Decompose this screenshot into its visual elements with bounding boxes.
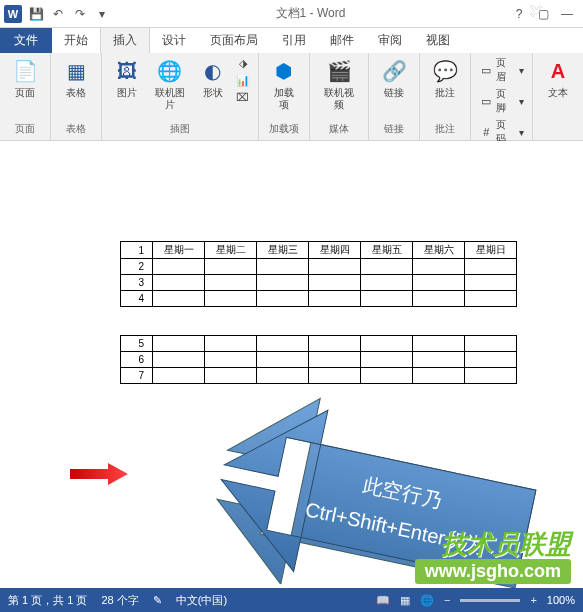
- header-button[interactable]: ▭页眉▾: [477, 55, 526, 85]
- table-cell[interactable]: 星期五: [361, 242, 413, 259]
- chart-button[interactable]: 📊: [234, 72, 252, 88]
- addin-icon: ⬢: [270, 57, 298, 85]
- quick-access-toolbar: 💾 ↶ ↷ ▾: [28, 6, 110, 22]
- view-read-icon[interactable]: 📖: [376, 594, 390, 607]
- smartart-icon: ⬗: [236, 56, 250, 70]
- schedule-table-top[interactable]: 1 星期一 星期二 星期三 星期四 星期五 星期六 星期日 2 3 4: [120, 241, 517, 307]
- decorative-bird: 🕊: [529, 2, 543, 18]
- zoom-out-icon[interactable]: −: [444, 594, 450, 606]
- online-picture-button[interactable]: 🌐 联机图片: [148, 55, 192, 113]
- group-header-footer: ▭页眉▾ ▭页脚▾ #页码▾ 页眉和页脚: [471, 53, 533, 140]
- pages-button[interactable]: 📄 页面: [6, 55, 44, 101]
- statusbar: 第 1 页，共 1 页 28 个字 ✎ 中文(中国) 📖 ▦ 🌐 − + 100…: [0, 588, 583, 612]
- text-icon: A: [544, 57, 572, 85]
- red-arrow-annotation: [70, 461, 130, 487]
- addin-button[interactable]: ⬢ 加载 项: [265, 55, 303, 113]
- video-icon: 🎬: [325, 57, 353, 85]
- picture-button[interactable]: 🖼 图片: [108, 55, 146, 101]
- ribbon-tabs: 文件 开始 插入 设计 页面布局 引用 邮件 审阅 视图: [0, 28, 583, 53]
- watermark-text: 技术员联盟: [441, 527, 571, 562]
- picture-icon: 🖼: [113, 57, 141, 85]
- document-area[interactable]: 1 星期一 星期二 星期三 星期四 星期五 星期六 星期日 2 3 4 5 6 …: [0, 141, 583, 588]
- view-print-icon[interactable]: ▦: [400, 594, 410, 607]
- tab-insert[interactable]: 插入: [100, 27, 150, 53]
- tab-view[interactable]: 视图: [414, 28, 462, 53]
- screenshot-button[interactable]: ⌧: [234, 89, 252, 105]
- chevron-down-icon: ▾: [519, 65, 524, 76]
- minimize-icon[interactable]: —: [559, 6, 575, 22]
- table-cell[interactable]: 星期六: [413, 242, 465, 259]
- group-text: A 文本: [533, 53, 583, 140]
- table-header-row: 1 星期一 星期二 星期三 星期四 星期五 星期六 星期日: [121, 242, 517, 259]
- group-tables: ▦ 表格 表格: [51, 53, 102, 140]
- chevron-down-icon: ▾: [519, 96, 524, 107]
- qat-customize-icon[interactable]: ▾: [94, 6, 110, 22]
- table-cell[interactable]: 7: [121, 368, 153, 384]
- view-web-icon[interactable]: 🌐: [420, 594, 434, 607]
- table-button[interactable]: ▦ 表格: [57, 55, 95, 101]
- chart-icon: 📊: [236, 73, 250, 87]
- tab-references[interactable]: 引用: [270, 28, 318, 53]
- svg-marker-0: [70, 463, 128, 485]
- tab-home[interactable]: 开始: [52, 28, 100, 53]
- save-icon[interactable]: 💾: [28, 6, 44, 22]
- comment-button[interactable]: 💬 批注: [426, 55, 464, 101]
- page-icon: 📄: [11, 57, 39, 85]
- group-addin: ⬢ 加载 项 加载项: [259, 53, 310, 140]
- table-cell[interactable]: 1: [121, 242, 153, 259]
- header-icon: ▭: [479, 63, 493, 77]
- tab-review[interactable]: 审阅: [366, 28, 414, 53]
- document-title: 文档1 - Word: [110, 5, 511, 22]
- page: 1 星期一 星期二 星期三 星期四 星期五 星期六 星期日 2 3 4 5 6 …: [30, 151, 573, 578]
- text-button[interactable]: A 文本: [539, 55, 577, 101]
- online-video-button[interactable]: 🎬 联机视频: [316, 55, 363, 113]
- schedule-table-bottom[interactable]: 5 6 7: [120, 335, 517, 384]
- ribbon: 📄 页面 页面 ▦ 表格 表格 🖼 图片 🌐 联机图片 ◐: [0, 53, 583, 141]
- help-icon[interactable]: ?: [511, 6, 527, 22]
- status-language[interactable]: 中文(中国): [176, 593, 227, 608]
- word-app-icon: W: [4, 5, 22, 23]
- footer-button[interactable]: ▭页脚▾: [477, 86, 526, 116]
- pagenum-icon: #: [479, 125, 493, 139]
- table-cell[interactable]: 星期二: [205, 242, 257, 259]
- link-button[interactable]: 🔗 链接: [375, 55, 413, 101]
- undo-icon[interactable]: ↶: [50, 6, 66, 22]
- zoom-slider[interactable]: [460, 599, 520, 602]
- table-cell[interactable]: 星期三: [257, 242, 309, 259]
- watermark-url: www.jsgho.com: [415, 559, 571, 584]
- table-cell[interactable]: 3: [121, 275, 153, 291]
- status-proof-icon[interactable]: ✎: [153, 594, 162, 607]
- group-media: 🎬 联机视频 媒体: [310, 53, 370, 140]
- comment-icon: 💬: [431, 57, 459, 85]
- group-illustrations: 🖼 图片 🌐 联机图片 ◐ 形状 ⬗ 📊 ⌧ 插图: [102, 53, 259, 140]
- table-cell[interactable]: 星期日: [465, 242, 517, 259]
- table-icon: ▦: [62, 57, 90, 85]
- screenshot-icon: ⌧: [236, 90, 250, 104]
- tab-mail[interactable]: 邮件: [318, 28, 366, 53]
- link-icon: 🔗: [380, 57, 408, 85]
- shapes-button[interactable]: ◐ 形状: [194, 55, 232, 101]
- table-cell[interactable]: 星期一: [153, 242, 205, 259]
- zoom-level[interactable]: 100%: [547, 594, 575, 606]
- shapes-icon: ◐: [199, 57, 227, 85]
- tab-file[interactable]: 文件: [0, 28, 52, 53]
- status-words[interactable]: 28 个字: [101, 593, 138, 608]
- titlebar: W 💾 ↶ ↷ ▾ 🕊 文档1 - Word ? ▢ —: [0, 0, 583, 28]
- group-comment: 💬 批注 批注: [420, 53, 471, 140]
- zoom-in-icon[interactable]: +: [530, 594, 536, 606]
- footer-icon: ▭: [479, 94, 493, 108]
- table-cell[interactable]: 4: [121, 291, 153, 307]
- online-picture-icon: 🌐: [156, 57, 184, 85]
- status-page[interactable]: 第 1 页，共 1 页: [8, 593, 87, 608]
- table-cell[interactable]: 5: [121, 336, 153, 352]
- table-cell[interactable]: 星期四: [309, 242, 361, 259]
- chevron-down-icon: ▾: [519, 127, 524, 138]
- tab-layout[interactable]: 页面布局: [198, 28, 270, 53]
- table-cell[interactable]: 2: [121, 259, 153, 275]
- smartart-button[interactable]: ⬗: [234, 55, 252, 71]
- table-cell[interactable]: 6: [121, 352, 153, 368]
- redo-icon[interactable]: ↷: [72, 6, 88, 22]
- group-pages: 📄 页面 页面: [0, 53, 51, 140]
- group-links: 🔗 链接 链接: [369, 53, 420, 140]
- tab-design[interactable]: 设计: [150, 28, 198, 53]
